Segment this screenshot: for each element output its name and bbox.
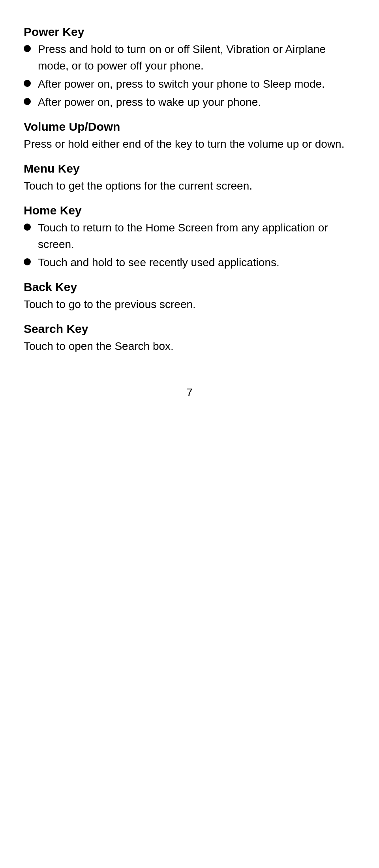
bullet-text: Touch to return to the Home Screen from … <box>38 220 355 253</box>
bullet-icon <box>24 80 31 87</box>
list-item: Press and hold to turn on or off Silent,… <box>24 41 355 74</box>
menu-key-heading: Menu Key <box>24 162 355 175</box>
page-content: Power Key Press and hold to turn on or o… <box>24 25 355 399</box>
list-item: Touch to return to the Home Screen from … <box>24 220 355 253</box>
section-volume: Volume Up/Down Press or hold either end … <box>24 120 355 152</box>
bullet-text: Touch and hold to see recently used appl… <box>38 254 355 271</box>
home-key-bullets: Touch to return to the Home Screen from … <box>24 220 355 271</box>
back-key-text: Touch to go to the previous screen. <box>24 296 355 313</box>
bullet-icon <box>24 98 31 105</box>
page-number: 7 <box>24 386 355 399</box>
volume-text: Press or hold either end of the key to t… <box>24 136 355 152</box>
list-item: After power on, press to switch your pho… <box>24 76 355 92</box>
power-key-bullets: Press and hold to turn on or off Silent,… <box>24 41 355 111</box>
bullet-text: After power on, press to wake up your ph… <box>38 94 355 111</box>
section-home-key: Home Key Touch to return to the Home Scr… <box>24 204 355 271</box>
section-power-key: Power Key Press and hold to turn on or o… <box>24 25 355 111</box>
back-key-heading: Back Key <box>24 280 355 294</box>
bullet-icon <box>24 45 31 52</box>
search-key-heading: Search Key <box>24 322 355 336</box>
search-key-text: Touch to open the Search box. <box>24 338 355 355</box>
section-search-key: Search Key Touch to open the Search box. <box>24 322 355 355</box>
list-item: After power on, press to wake up your ph… <box>24 94 355 111</box>
list-item: Touch and hold to see recently used appl… <box>24 254 355 271</box>
bullet-text: Press and hold to turn on or off Silent,… <box>38 41 355 74</box>
section-back-key: Back Key Touch to go to the previous scr… <box>24 280 355 313</box>
bullet-text: After power on, press to switch your pho… <box>38 76 355 92</box>
bullet-icon <box>24 224 31 231</box>
home-key-heading: Home Key <box>24 204 355 217</box>
volume-heading: Volume Up/Down <box>24 120 355 133</box>
section-menu-key: Menu Key Touch to get the options for th… <box>24 162 355 194</box>
power-key-heading: Power Key <box>24 25 355 39</box>
menu-key-text: Touch to get the options for the current… <box>24 178 355 194</box>
bullet-icon <box>24 258 31 265</box>
